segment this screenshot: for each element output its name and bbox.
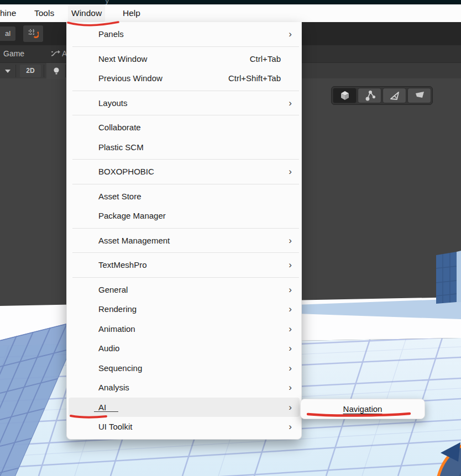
shortcut-label: Ctrl+Shift+Tab [228,73,281,83]
mnemonic-underline [94,411,118,412]
cube-mode-button[interactable] [333,88,357,103]
menu-item-package-manager[interactable]: Package Manager [69,206,300,226]
menu-item-textmeshpro[interactable]: TextMeshPro › [69,255,300,275]
toolbar-divider [15,65,16,77]
toolbar-divider [65,65,66,77]
submenu-arrow-icon: › [289,363,292,373]
snap-settings-button[interactable] [23,25,43,42]
menu-item-label: Sequencing [98,363,142,373]
submenu-arrow-icon: › [289,422,292,431]
shortcut-label: Ctrl+Tab [250,54,281,64]
graph-nodes-icon [363,89,376,102]
menu-separator [72,252,299,253]
submenu-arrow-icon: › [289,236,292,245]
menubar-item-tools[interactable]: Tools [31,4,57,22]
menu-item-label: Package Manager [98,211,166,220]
submenu-arrow-icon: › [289,29,292,39]
scene-lighting-button[interactable] [46,63,66,79]
menu-item-next-window[interactable]: Next Window Ctrl+Tab [69,49,300,69]
global-pivot-button[interactable]: al [0,27,15,41]
menu-item-boxophobic[interactable]: BOXOPHOBIC › [69,162,300,182]
ai-submenu: Navigation [300,399,425,419]
chevron-down-icon[interactable] [5,70,11,73]
menu-item-collaborate[interactable]: Collaborate [69,118,300,137]
menu-item-layouts[interactable]: Layouts › [69,93,300,113]
menu-item-label: Animation [98,324,135,334]
tab-game[interactable]: Game [3,45,24,62]
menu-separator [72,46,299,47]
main-menu-bar: hine Tools Window Help [0,4,461,22]
menu-item-label: Previous Window [98,73,163,83]
submenu-arrow-icon: › [289,98,292,108]
menu-item-analysis[interactable]: Analysis › [69,378,300,398]
menubar-item-window[interactable]: Window [68,4,105,22]
submenu-arrow-icon: › [289,304,292,314]
menu-item-ui-toolkit[interactable]: UI Toolkit › [69,417,300,437]
menu-item-label: Next Window [98,54,147,64]
menu-item-plastic-scm[interactable]: Plastic SCM [69,137,300,157]
scene-display-mode-buttons [331,86,433,105]
menu-item-label: Panels [98,29,124,39]
menu-item-label: Layouts [98,98,128,108]
menu-item-label: Analysis [98,383,129,392]
submenu-arrow-icon: › [289,383,292,392]
menu-separator [72,159,299,160]
submenu-arrow-icon: › [289,324,292,334]
menu-item-label: TextMeshPro [98,260,147,269]
toolbar-divider [44,65,44,77]
toggle-2d-button[interactable]: 2D [20,65,41,77]
menubar-item-help[interactable]: Help [119,4,144,22]
window-title-fragment: y [106,0,109,4]
menu-item-sequencing[interactable]: Sequencing › [69,358,300,378]
grid-magnet-icon [28,28,39,39]
cube-icon [338,89,352,102]
menu-item-label: Asset Store [98,192,142,201]
menu-item-asset-management[interactable]: Asset Management › [69,231,300,251]
menu-item-label: Audio [98,343,119,353]
protractor-icon [388,89,401,102]
menu-separator [72,91,299,91]
menu-item-label: Asset Management [98,236,170,245]
graph-mode-button[interactable] [358,88,381,103]
submenu-arrow-icon: › [289,260,292,269]
submenu-arrow-icon: › [289,343,292,353]
menu-item-general[interactable]: General › [69,280,300,300]
menu-item-label: General [98,285,128,294]
menu-separator [72,115,299,115]
menu-item-ai[interactable]: AI › [69,398,300,417]
menu-separator [72,184,299,184]
unity-editor-window: y hine Tools Window Help al [0,0,461,476]
pillar-right [436,252,457,304]
shuffle-arrow-icon [51,50,61,58]
submenu-arrow-icon: › [289,403,292,412]
menu-separator [72,228,299,229]
wall-right-lit-face [457,251,461,302]
menu-item-audio[interactable]: Audio › [69,339,300,358]
window-title-bar: y [0,0,461,4]
flag-icon [413,89,426,102]
menu-item-navigation[interactable]: Navigation [343,404,383,414]
protractor-mode-button[interactable] [383,88,406,103]
menu-item-panels[interactable]: Panels › [69,24,300,44]
menu-item-animation[interactable]: Animation › [69,319,300,339]
submenu-arrow-icon: › [289,167,292,176]
menu-item-previous-window[interactable]: Previous Window Ctrl+Shift+Tab [69,68,300,88]
window-dropdown-menu: Panels › Next Window Ctrl+Tab Previous W… [66,22,302,440]
menu-item-label: Collaborate [98,123,141,132]
menu-item-label: UI Toolkit [98,422,132,431]
lightbulb-icon [52,66,61,76]
menu-item-asset-store[interactable]: Asset Store [69,187,300,207]
menu-separator [72,277,299,278]
menu-item-label: Rendering [98,304,137,314]
menu-item-label: BOXOPHOBIC [98,167,154,176]
flag-mode-button[interactable] [407,88,431,103]
menu-item-label: AI [98,403,106,412]
submenu-arrow-icon: › [289,285,292,294]
menu-item-label: Plastic SCM [98,142,144,152]
menu-item-rendering[interactable]: Rendering › [69,299,300,319]
menubar-item-machine[interactable]: hine [0,4,19,22]
